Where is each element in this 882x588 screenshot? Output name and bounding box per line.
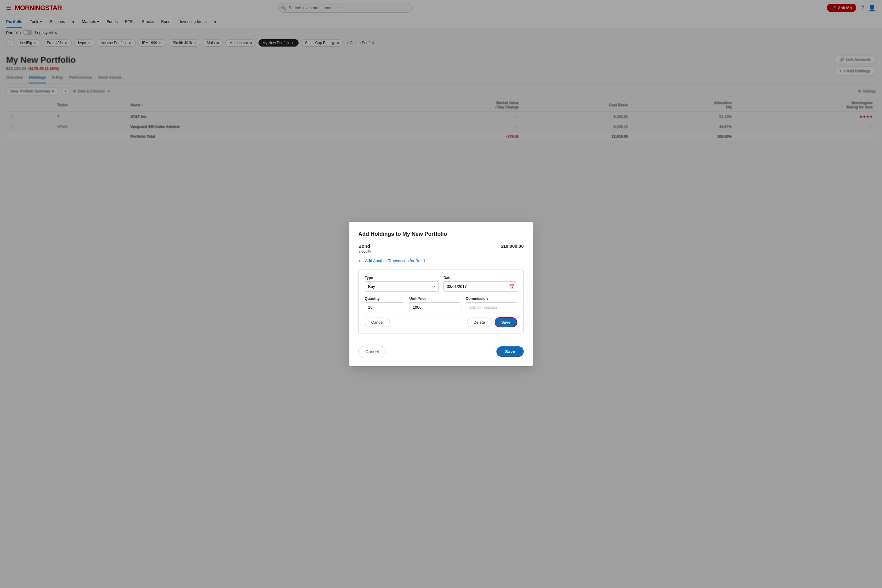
modal-overlay: Add Holdings to My New Portfolio Bond 3.… xyxy=(0,0,882,148)
